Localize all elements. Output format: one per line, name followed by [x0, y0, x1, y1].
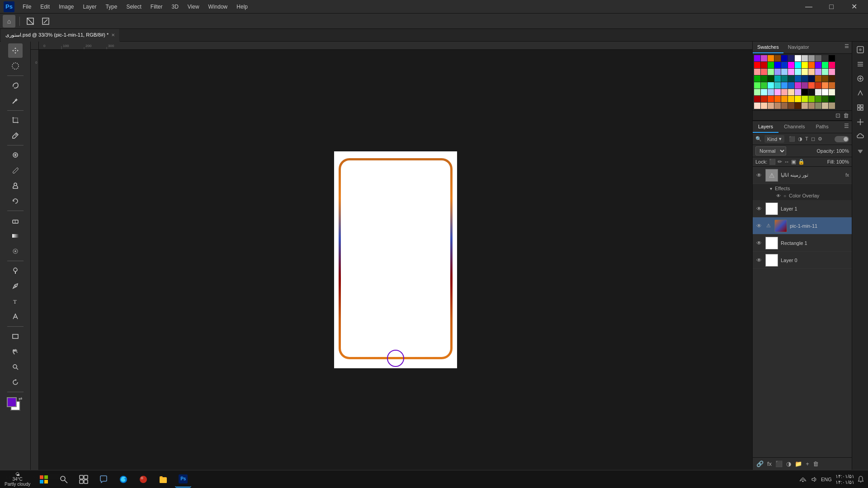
swatch[interactable]	[774, 89, 781, 95]
swatch[interactable]	[774, 96, 781, 102]
weather-widget[interactable]: 🌤 34°C Partly cloudy	[5, 472, 30, 487]
shape-tool[interactable]	[8, 329, 23, 343]
swatch[interactable]	[754, 62, 760, 68]
layer-adjustment-bottom-icon[interactable]: ◑	[785, 460, 792, 468]
text-tool[interactable]: T	[8, 294, 23, 309]
swatch[interactable]	[815, 75, 821, 82]
zoom-tool[interactable]	[8, 360, 23, 374]
history-brush-tool[interactable]	[8, 194, 23, 208]
right-icon-2[interactable]	[854, 58, 867, 70]
layer-new-bottom-icon[interactable]: +	[805, 460, 810, 468]
swatch[interactable]	[829, 62, 835, 68]
taskbar-photoshop[interactable]: Ps	[175, 471, 191, 488]
swatch[interactable]	[815, 89, 821, 95]
menu-view[interactable]: View	[184, 3, 203, 11]
dodge-tool[interactable]	[8, 263, 23, 278]
swatch[interactable]	[788, 75, 794, 82]
document-tab[interactable]: استوری.psd @ 33/3% (pic-1-min-11, RGB/8#…	[1, 29, 120, 42]
layer-visibility-icon[interactable]: 👁	[755, 172, 763, 179]
layer-item[interactable]: 👁 ⚠ pic-1-min-11	[753, 217, 852, 235]
swatches-tab[interactable]: Swatches	[753, 42, 783, 53]
layer-delete-bottom-icon[interactable]: 🗑	[812, 460, 820, 468]
swatch[interactable]	[774, 75, 781, 82]
crop-tool[interactable]	[8, 113, 23, 127]
filter-type-icon[interactable]: T	[805, 136, 808, 142]
swatch[interactable]	[774, 103, 781, 109]
swatch[interactable]	[768, 55, 774, 61]
blend-mode-select[interactable]: Normal Multiply Screen Overlay	[755, 146, 786, 155]
effects-arrow-icon[interactable]: ▾	[770, 186, 772, 191]
paths-tab[interactable]: Paths	[811, 121, 834, 133]
swatch[interactable]	[808, 89, 815, 95]
swatch[interactable]	[754, 55, 760, 61]
minimize-button[interactable]: —	[798, 0, 819, 14]
swatch[interactable]	[781, 62, 788, 68]
healing-brush-tool[interactable]	[8, 148, 23, 162]
right-icon-adjustments[interactable]	[854, 145, 867, 157]
eyedropper-tool[interactable]	[8, 128, 23, 143]
opacity-value[interactable]: 100%	[836, 148, 849, 154]
filter-adjustment-icon[interactable]: ◑	[798, 136, 802, 142]
layer-visibility-icon[interactable]: 👁	[755, 239, 763, 247]
notification-icon[interactable]	[858, 476, 863, 483]
swatch[interactable]	[802, 89, 808, 95]
swatch[interactable]	[795, 103, 801, 109]
swatch[interactable]	[795, 69, 801, 75]
lock-position-icon[interactable]: ✏	[778, 159, 782, 165]
swatch[interactable]	[822, 82, 828, 89]
swatch[interactable]	[761, 96, 767, 102]
swatch[interactable]	[829, 55, 835, 61]
swatch[interactable]	[781, 103, 788, 109]
swatch[interactable]	[829, 82, 835, 89]
maximize-button[interactable]: □	[821, 0, 842, 14]
menu-3d[interactable]: 3D	[168, 3, 182, 11]
swatch[interactable]	[822, 89, 828, 95]
swatch[interactable]	[802, 96, 808, 102]
sound-icon[interactable]	[810, 476, 817, 483]
right-icon-creative-cloud[interactable]	[854, 130, 867, 143]
swatch[interactable]	[788, 82, 794, 89]
swatch[interactable]	[802, 75, 808, 82]
lock-artboard-icon[interactable]: ↔	[784, 159, 789, 165]
layers-panel-menu[interactable]: ☰	[841, 121, 852, 133]
swatch[interactable]	[754, 96, 760, 102]
swatch[interactable]	[774, 69, 781, 75]
swatch[interactable]	[774, 62, 781, 68]
swatch[interactable]	[768, 82, 774, 89]
taskbar-edge[interactable]	[115, 471, 132, 488]
layer-effects-bottom-icon[interactable]: fx	[766, 460, 773, 468]
right-icon-1[interactable]	[854, 43, 867, 56]
swatch[interactable]	[815, 55, 821, 61]
swatch[interactable]	[754, 69, 760, 75]
move-tool[interactable]	[8, 43, 23, 58]
layer-item[interactable]: 👁 ⚠ تور زمینه اتالیا fx	[753, 167, 852, 184]
layer-mask-bottom-icon[interactable]: ⬛	[774, 460, 783, 468]
right-icon-4[interactable]	[854, 87, 867, 99]
menu-type[interactable]: Type	[102, 3, 121, 11]
swatch[interactable]	[781, 82, 788, 89]
swatch[interactable]	[808, 75, 815, 82]
swatch[interactable]	[802, 69, 808, 75]
close-button[interactable]: ✕	[844, 0, 864, 14]
layer-visibility-icon[interactable]: 👁	[755, 205, 763, 212]
eraser-tool[interactable]	[8, 213, 23, 228]
swatch[interactable]	[822, 96, 828, 102]
swatch[interactable]	[754, 89, 760, 95]
magic-wand-tool[interactable]	[8, 94, 23, 108]
menu-window[interactable]: Window	[205, 3, 231, 11]
swatch[interactable]	[808, 69, 815, 75]
layer-item[interactable]: 👁 Layer 0	[753, 252, 852, 269]
hand-tool[interactable]	[8, 344, 23, 359]
layer-link-bottom-icon[interactable]: 🔗	[755, 460, 764, 468]
swatch[interactable]	[754, 82, 760, 89]
swatch[interactable]	[761, 75, 767, 82]
menu-file[interactable]: File	[19, 3, 35, 11]
cancel-icon[interactable]	[39, 15, 52, 28]
rotate-view-tool[interactable]	[8, 375, 23, 389]
swatch[interactable]	[795, 82, 801, 89]
swatch[interactable]	[768, 75, 774, 82]
lock-all-icon[interactable]: 🔒	[798, 159, 805, 165]
pen-tool[interactable]	[8, 279, 23, 293]
right-icon-3[interactable]	[854, 72, 867, 85]
layer-item[interactable]: 👁 Rectangle 1	[753, 235, 852, 252]
